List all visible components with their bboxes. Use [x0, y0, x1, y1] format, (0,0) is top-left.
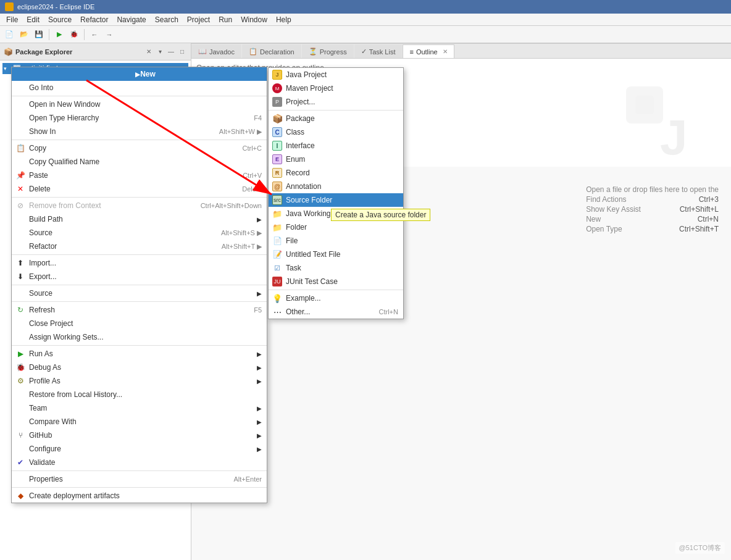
- tab-outline[interactable]: ≡ Outline ✕: [403, 44, 454, 58]
- panel-minimize-btn[interactable]: —: [166, 47, 176, 57]
- ctx-item-configure[interactable]: Configure ▶: [12, 442, 267, 456]
- ctx-close-project-label: Close Project: [29, 319, 73, 328]
- ctx-debug-as-label: Debug As: [29, 363, 61, 372]
- toolbar-btn-open[interactable]: 📂: [17, 28, 31, 41]
- sub-item-junit[interactable]: JU JUnit Test Case: [269, 275, 403, 288]
- menu-run[interactable]: Run: [215, 14, 236, 25]
- app-title: eclipse2024 - Eclipse IDE: [17, 3, 94, 10]
- sub-folder-label: Folder: [286, 223, 307, 232]
- ctx-item-validate[interactable]: ✔ Validate: [12, 456, 267, 469]
- sub-item-source-folder[interactable]: src Source Folder: [269, 193, 403, 207]
- ctx-item-assign-sets[interactable]: Assign Working Sets...: [12, 330, 267, 344]
- toolbar-btn-new[interactable]: 📄: [2, 28, 16, 41]
- tab-task-label: Task List: [369, 48, 396, 56]
- tab-declaration[interactable]: 📋 Declaration: [242, 44, 301, 58]
- ctx-item-new[interactable]: ▶ New: [12, 67, 267, 81]
- ctx-item-build-path[interactable]: Build Path ▶: [12, 212, 267, 226]
- ctx-item-team[interactable]: Team ▶: [12, 401, 267, 415]
- tab-javadoc[interactable]: 📖 Javadoc: [191, 44, 241, 58]
- ctx-item-github[interactable]: ⑂ GitHub ▶: [12, 428, 267, 442]
- ctx-item-type-hierarchy[interactable]: Open Type Hierarchy F4: [12, 111, 267, 125]
- sub-item-java-project[interactable]: J Java Project: [269, 68, 403, 81]
- ctx-item-source2[interactable]: Source ▶: [12, 286, 267, 300]
- ctx-item-properties[interactable]: Properties Alt+Enter: [12, 472, 267, 486]
- menu-project[interactable]: Project: [183, 14, 214, 25]
- sub-item-file[interactable]: 📄 File: [269, 234, 403, 248]
- toolbar-btn-debug[interactable]: 🐞: [67, 28, 81, 41]
- ctx-new-arrow: ▶: [135, 71, 140, 78]
- sub-item-untitled[interactable]: 📝 Untitled Text File: [269, 248, 403, 261]
- ctx-compare-arrow: ▶: [257, 419, 262, 425]
- example-icon: 💡: [272, 293, 282, 303]
- ctx-item-restore-history[interactable]: Restore from Local History...: [12, 388, 267, 401]
- ctx-item-deploy[interactable]: ◆ Create deployment artifacts: [12, 489, 267, 503]
- sub-item-interface[interactable]: I Interface: [269, 139, 403, 153]
- sub-item-record[interactable]: R Record: [269, 166, 403, 180]
- ctx-item-source[interactable]: Source Alt+Shift+S ▶: [12, 226, 267, 240]
- ctx-item-copy-qualified[interactable]: Copy Qualified Name: [12, 155, 267, 169]
- ctx-restore-label: Restore from Local History...: [29, 390, 122, 399]
- sub-item-example[interactable]: 💡 Example...: [269, 291, 403, 305]
- sub-sep-1: [269, 110, 403, 111]
- ctx-item-paste[interactable]: 📌 Paste Ctrl+V: [12, 169, 267, 182]
- tab-task-list[interactable]: ✓ Task List: [354, 44, 403, 58]
- menu-search[interactable]: Search: [151, 14, 182, 25]
- ctx-item-remove-context[interactable]: ⊘ Remove from Context Ctrl+Alt+Shift+Dow…: [12, 199, 267, 212]
- menu-help[interactable]: Help: [272, 14, 295, 25]
- ctx-item-delete[interactable]: ✕ Delete Delete: [12, 182, 267, 196]
- panel-maximize-btn[interactable]: □: [177, 47, 187, 57]
- ctx-item-copy[interactable]: 📋 Copy Ctrl+C: [12, 141, 267, 155]
- ctx-sep-7: [12, 345, 267, 346]
- sub-annotation-label: Annotation: [286, 182, 321, 191]
- ctx-item-open-window[interactable]: Open in New Window: [12, 98, 267, 111]
- ctx-item-close-project[interactable]: Close Project: [12, 317, 267, 330]
- sub-item-maven[interactable]: M Maven Project: [269, 81, 403, 95]
- panel-close-btn[interactable]: ✕: [144, 47, 154, 57]
- sub-item-other[interactable]: ⋯ Other... Ctrl+N: [269, 305, 403, 319]
- menu-refactor[interactable]: Refactor: [77, 14, 112, 25]
- ctx-item-refresh[interactable]: ↻ Refresh F5: [12, 303, 267, 317]
- ctx-sep-3: [12, 197, 267, 198]
- tab-outline-close[interactable]: ✕: [443, 48, 448, 55]
- ctx-item-go-into[interactable]: Go Into: [12, 81, 267, 94]
- menu-source[interactable]: Source: [44, 14, 75, 25]
- menu-window[interactable]: Window: [237, 14, 271, 25]
- paste-icon: 📌: [15, 170, 25, 180]
- tab-declaration-icon: 📋: [249, 48, 257, 56]
- ctx-item-import[interactable]: ⬆ Import...: [12, 256, 267, 270]
- ctx-item-debug-as[interactable]: 🐞 Debug As ▶: [12, 361, 267, 374]
- shortcut-new: New Ctrl+N: [586, 215, 719, 224]
- sub-item-package[interactable]: 📦 Package: [269, 112, 403, 125]
- sub-enum-label: Enum: [286, 155, 305, 164]
- sub-item-annotation[interactable]: @ Annotation: [269, 180, 403, 193]
- toolbar-btn-back[interactable]: ←: [88, 28, 101, 41]
- ctx-show-in-label: Show In: [29, 127, 56, 136]
- ctx-item-run-as[interactable]: ▶ Run As ▶: [12, 347, 267, 361]
- tab-progress[interactable]: ⏳ Progress: [302, 44, 354, 58]
- toolbar-btn-forward[interactable]: →: [102, 28, 116, 41]
- ctx-item-profile-as[interactable]: ⚙ Profile As ▶: [12, 374, 267, 388]
- sub-item-folder[interactable]: 📁 Folder: [269, 220, 403, 234]
- package-explorer-title: 📦 Package Explorer: [4, 48, 72, 56]
- context-menu: ▶ New Go Into Open in New Window Open Ty…: [11, 67, 267, 503]
- sub-item-project[interactable]: P Project...: [269, 95, 403, 109]
- untitled-icon: 📝: [272, 249, 282, 259]
- sub-item-class[interactable]: C Class: [269, 125, 403, 139]
- ctx-item-refactor[interactable]: Refactor Alt+Shift+T ▶: [12, 240, 267, 253]
- deploy-icon: ◆: [15, 491, 25, 501]
- toolbar-btn-run[interactable]: ▶: [52, 28, 66, 41]
- sub-item-task[interactable]: ☑ Task: [269, 261, 403, 275]
- toolbar-btn-save[interactable]: 💾: [32, 28, 46, 41]
- panel-menu-btn[interactable]: ▾: [155, 47, 165, 57]
- menu-navigate[interactable]: Navigate: [113, 14, 149, 25]
- sub-source-folder-label: Source Folder: [286, 196, 332, 204]
- menu-file[interactable]: File: [2, 14, 22, 25]
- sub-item-enum[interactable]: E Enum: [269, 153, 403, 166]
- ctx-item-compare[interactable]: Compare With ▶: [12, 415, 267, 428]
- ctx-item-export[interactable]: ⬇ Export...: [12, 270, 267, 283]
- working-set-icon: 📁: [272, 209, 282, 219]
- sub-record-label: Record: [286, 169, 310, 177]
- ctx-item-show-in[interactable]: Show In Alt+Shift+W ▶: [12, 125, 267, 138]
- menu-edit[interactable]: Edit: [23, 14, 43, 25]
- shortcut-find-actions: Find Actions Ctrl+3: [586, 195, 719, 204]
